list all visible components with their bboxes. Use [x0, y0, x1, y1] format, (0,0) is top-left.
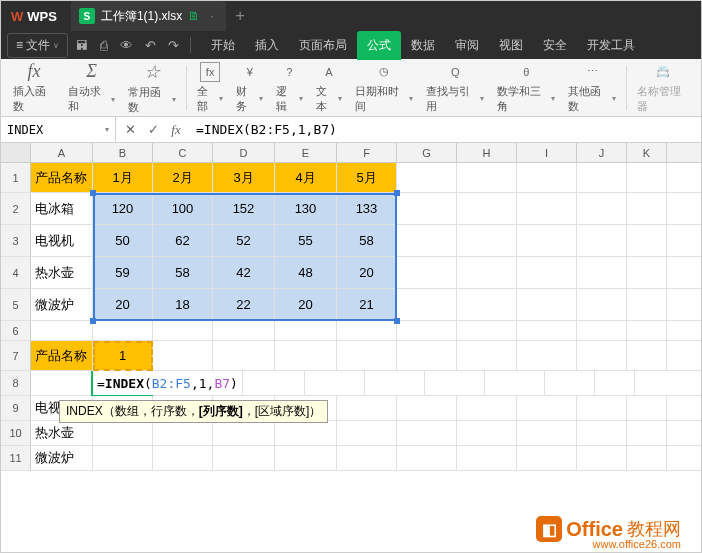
selection-handle[interactable]	[90, 190, 96, 196]
row-header-6[interactable]: 6	[1, 321, 31, 340]
col-header-K[interactable]: K	[627, 143, 667, 162]
menu-tab-formula[interactable]: 公式	[357, 31, 401, 60]
col-header-A[interactable]: A	[31, 143, 93, 162]
cell-G1[interactable]	[397, 163, 457, 192]
cell-B1[interactable]: 1月	[93, 163, 153, 192]
function-tooltip: INDEX（数组，行序数，[列序数]，[区域序数]）	[59, 400, 328, 423]
col-header-D[interactable]: D	[213, 143, 275, 162]
col-header-I[interactable]: I	[517, 143, 577, 162]
cell-F4[interactable]: 20	[337, 257, 397, 288]
cell-D4[interactable]: 42	[213, 257, 275, 288]
cell-A3[interactable]: 电视机	[31, 225, 93, 256]
menu-tab-security[interactable]: 安全	[533, 31, 577, 60]
cell-D3[interactable]: 52	[213, 225, 275, 256]
ribbon-autosum[interactable]: Σ自动求和▾	[62, 59, 122, 116]
cell-E5[interactable]: 20	[275, 289, 337, 320]
tab-filename: 工作簿1(1).xlsx	[101, 8, 182, 25]
preview-icon[interactable]: 👁	[115, 35, 138, 56]
cell-A4[interactable]: 热水壶	[31, 257, 93, 288]
menu-tab-view[interactable]: 视图	[489, 31, 533, 60]
tab-close-icon[interactable]: ·	[206, 9, 217, 23]
cell-A1[interactable]: 产品名称	[31, 163, 93, 192]
cell-C5[interactable]: 18	[153, 289, 213, 320]
cell-A10[interactable]: 热水壶	[31, 421, 93, 445]
cell-A11[interactable]: 微波炉	[31, 446, 93, 470]
cell-F1[interactable]: 5月	[337, 163, 397, 192]
redo-icon[interactable]: ↷	[163, 35, 184, 56]
ribbon-text[interactable]: A文本▾	[310, 60, 349, 116]
cell-C1[interactable]: 2月	[153, 163, 213, 192]
cell-C4[interactable]: 58	[153, 257, 213, 288]
col-header-B[interactable]: B	[93, 143, 153, 162]
save-icon[interactable]: 🖬	[70, 35, 93, 56]
ribbon-logic[interactable]: ?逻辑▾	[270, 60, 309, 116]
cell-D1[interactable]: 3月	[213, 163, 275, 192]
formula-input[interactable]: =INDEX(B2:F5,1,B7)	[190, 122, 701, 137]
col-header-C[interactable]: C	[153, 143, 213, 162]
add-tab-button[interactable]: +	[226, 7, 255, 25]
cell-A5[interactable]: 微波炉	[31, 289, 93, 320]
row-header-8[interactable]: 8	[1, 371, 31, 395]
fx-icon[interactable]: fx	[166, 120, 186, 140]
row-header-11[interactable]: 11	[1, 446, 31, 470]
file-menu[interactable]: ≡ 文件 ∨	[7, 33, 68, 58]
print-icon[interactable]: ⎙	[95, 35, 113, 56]
row-header-7[interactable]: 7	[1, 341, 31, 370]
col-header-G[interactable]: G	[397, 143, 457, 162]
menu-tab-review[interactable]: 审阅	[445, 31, 489, 60]
ribbon-other[interactable]: ⋯其他函数▾	[562, 60, 622, 116]
cell-C3[interactable]: 62	[153, 225, 213, 256]
cell-E4[interactable]: 48	[275, 257, 337, 288]
undo-icon[interactable]: ↶	[140, 35, 161, 56]
ribbon-finance[interactable]: ¥财务▾	[230, 60, 269, 116]
cell-D2[interactable]: 152	[213, 193, 275, 224]
menu-tab-data[interactable]: 数据	[401, 31, 445, 60]
cell-A2[interactable]: 电冰箱	[31, 193, 93, 224]
formula-confirm-icon[interactable]: ✓	[143, 120, 163, 140]
formula-cancel-icon[interactable]: ✕	[120, 120, 140, 140]
cell-B4[interactable]: 59	[93, 257, 153, 288]
cell-B2[interactable]: 120	[93, 193, 153, 224]
ribbon-common-functions[interactable]: ☆常用函数▾	[122, 59, 182, 117]
ribbon-name-manager: 📇名称管理器	[631, 60, 695, 116]
cell-E1[interactable]: 4月	[275, 163, 337, 192]
col-header-J[interactable]: J	[577, 143, 627, 162]
cell-C2[interactable]: 100	[153, 193, 213, 224]
cell-E2[interactable]: 130	[275, 193, 337, 224]
menu-tab-start[interactable]: 开始	[201, 31, 245, 60]
select-all-corner[interactable]	[1, 143, 31, 162]
name-box-dropdown-icon[interactable]: ▾	[105, 125, 109, 134]
name-box[interactable]: ▾	[1, 117, 116, 142]
row-header-2[interactable]: 2	[1, 193, 31, 224]
cell-B8-editing[interactable]: =INDEX(B2:F5,1,B7)	[93, 371, 243, 395]
ribbon-insert-function[interactable]: fx插入函数	[7, 59, 61, 116]
document-tab[interactable]: S 工作簿1(1).xlsx 🗎 ·	[71, 1, 226, 31]
col-header-E[interactable]: E	[275, 143, 337, 162]
cell-F5[interactable]: 21	[337, 289, 397, 320]
row-header-1[interactable]: 1	[1, 163, 31, 192]
row-header-4[interactable]: 4	[1, 257, 31, 288]
tab-modified-icon: 🗎	[188, 9, 200, 23]
watermark-logo-icon: ◧	[536, 516, 562, 542]
cell-D5[interactable]: 22	[213, 289, 275, 320]
ribbon-datetime[interactable]: ◷日期和时间▾	[349, 60, 419, 116]
cell-F3[interactable]: 58	[337, 225, 397, 256]
ribbon-all[interactable]: fx全部▾	[191, 60, 230, 116]
menu-tab-layout[interactable]: 页面布局	[289, 31, 357, 60]
cell-B3[interactable]: 50	[93, 225, 153, 256]
cell-E3[interactable]: 55	[275, 225, 337, 256]
cell-F2[interactable]: 133	[337, 193, 397, 224]
ribbon-math[interactable]: θ数学和三角▾	[491, 60, 561, 116]
row-header-9[interactable]: 9	[1, 396, 31, 420]
col-header-F[interactable]: F	[337, 143, 397, 162]
ribbon-lookup[interactable]: Q查找与引用▾	[420, 60, 490, 116]
row-header-5[interactable]: 5	[1, 289, 31, 320]
cell-B5[interactable]: 20	[93, 289, 153, 320]
row-header-3[interactable]: 3	[1, 225, 31, 256]
menu-tab-devtools[interactable]: 开发工具	[577, 31, 645, 60]
row-header-10[interactable]: 10	[1, 421, 31, 445]
cell-A7[interactable]: 产品名称	[31, 341, 93, 370]
col-header-H[interactable]: H	[457, 143, 517, 162]
name-box-input[interactable]	[7, 123, 87, 137]
menu-tab-insert[interactable]: 插入	[245, 31, 289, 60]
